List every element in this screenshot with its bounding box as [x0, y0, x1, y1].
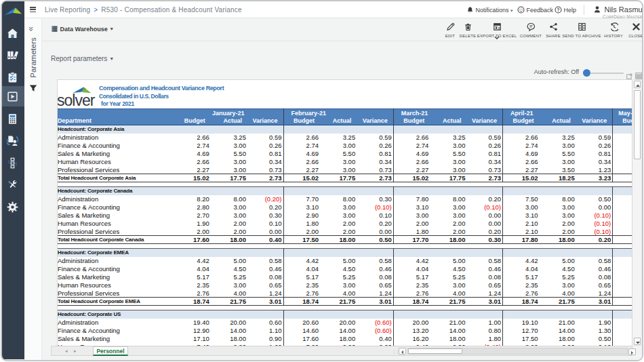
svg-text:?: ? — [557, 7, 560, 12]
